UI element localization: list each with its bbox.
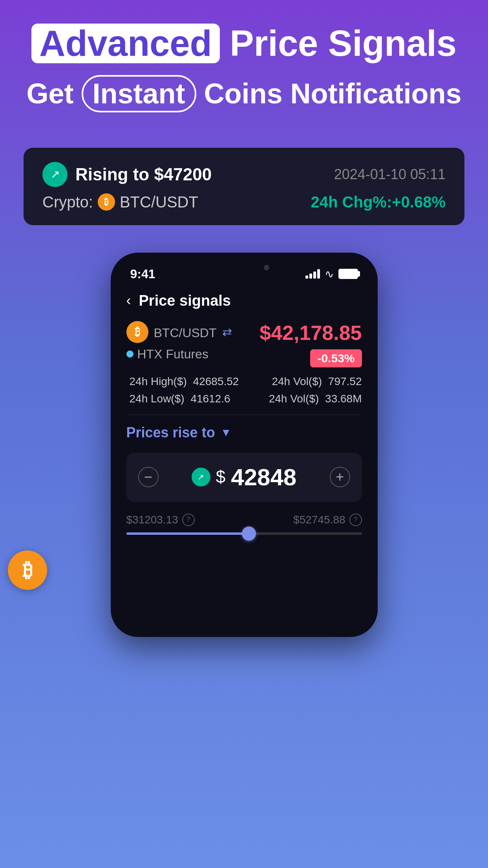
slider-track <box>126 532 362 535</box>
header-title: Advanced Price Signals <box>16 24 472 63</box>
camera-dot <box>264 265 269 270</box>
coin-info-left: ₿ BTC/USDT ⇄ HTX Futures <box>126 321 232 362</box>
notification-title: Rising to $47200 <box>75 165 212 184</box>
btc-icon: ₿ <box>98 193 115 211</box>
slider-fill <box>126 532 249 535</box>
prices-rise-label: Prices rise to <box>126 424 215 441</box>
crypto-pair: BTC/USDT <box>120 193 198 211</box>
phone-status-icons: ∿ <box>305 268 358 281</box>
stats-grid: 24h High($) 42685.52 24h Vol($) 797.52 2… <box>126 375 362 405</box>
signal-bar-1 <box>305 275 308 279</box>
highlight-advanced: Advanced <box>31 24 220 63</box>
notification-bottom: Crypto: ₿ BTC/USDT 24h Chg%:+0.68% <box>42 193 446 211</box>
price-input-value[interactable]: 42848 <box>231 464 296 491</box>
notification-crypto: Crypto: ₿ BTC/USDT <box>42 193 198 211</box>
range-max-label: $52745.88 ? <box>293 514 362 526</box>
coin-info-right: $42,178.85 -0.53% <box>260 321 362 367</box>
notification-change: 24h Chg%:+0.68% <box>311 193 446 211</box>
exchange-row: HTX Futures <box>126 347 232 362</box>
signal-bar-2 <box>309 273 312 279</box>
bottom-empty <box>126 535 362 613</box>
prices-rise-header[interactable]: Prices rise to ▼ <box>126 424 362 441</box>
signal-icon <box>305 269 320 279</box>
header-subtitle: Get Instant Coins Notifications <box>16 75 472 112</box>
coin-name: BTC/USDT <box>154 323 217 341</box>
coin-name-row: ₿ BTC/USDT ⇄ <box>126 321 232 343</box>
stat-low: 24h Low($) 41612.6 <box>126 393 244 405</box>
plus-button[interactable]: + <box>330 467 350 487</box>
coin-price: $42,178.85 <box>260 321 362 345</box>
back-button[interactable]: ‹ <box>126 292 131 309</box>
btc-coin-icon: ₿ <box>126 321 148 343</box>
range-min-value: $31203.13 <box>126 514 178 526</box>
phone-notch <box>213 261 276 275</box>
notification-time: 2024-01-10 05:11 <box>334 166 446 183</box>
range-max-value: $52745.88 <box>293 514 345 526</box>
dropdown-arrow-icon: ▼ <box>221 426 232 439</box>
header-title-rest: Price Signals <box>230 23 457 63</box>
coin-section: ₿ BTC/USDT ⇄ HTX Futures $42,178.85 -0.5… <box>126 321 362 367</box>
swap-icon[interactable]: ⇄ <box>222 325 232 339</box>
divider <box>126 415 362 415</box>
exchange-dot-icon <box>126 351 133 358</box>
price-input-card: − ↗ $ 42848 + <box>126 453 362 502</box>
crypto-label: Crypto: <box>42 193 93 211</box>
phone-time: 9:41 <box>130 267 155 281</box>
stat-high: 24h High($) 42685.52 <box>126 375 244 388</box>
dollar-sign: $ <box>216 467 225 487</box>
price-slider[interactable] <box>126 532 362 535</box>
bitcoin-floating-icon: ₿ <box>8 551 47 590</box>
signal-bar-4 <box>317 269 320 279</box>
rising-icon-small: ↗ <box>192 468 210 486</box>
stat-vol1: 24h Vol($) 797.52 <box>244 375 362 388</box>
info-icon-left[interactable]: ? <box>182 514 195 526</box>
notification-top: ↗ Rising to $47200 2024-01-10 05:11 <box>42 162 446 187</box>
phone-content: ‹ Price signals ₿ BTC/USDT ⇄ HTX Futures <box>119 284 370 629</box>
price-input-left: ↗ $ 42848 <box>192 464 296 491</box>
notification-left: ↗ Rising to $47200 <box>42 162 212 187</box>
stat-vol2: 24h Vol($) 33.68M <box>244 393 362 405</box>
range-min-label: $31203.13 ? <box>126 514 195 526</box>
wifi-icon: ∿ <box>325 268 334 281</box>
price-change-badge: -0.53% <box>310 349 362 367</box>
signal-bar-3 <box>313 272 316 279</box>
slider-thumb[interactable] <box>242 527 256 541</box>
range-labels: $31203.13 ? $52745.88 ? <box>126 514 362 526</box>
notification-card: ↗ Rising to $47200 2024-01-10 05:11 Cryp… <box>24 148 464 225</box>
info-icon-right[interactable]: ? <box>349 514 362 526</box>
battery-icon <box>338 269 358 279</box>
phone-mockup: 9:41 ∿ ‹ Price signals ₿ <box>111 253 378 637</box>
page-title: Price signals <box>139 292 231 309</box>
phone-wrapper: ₿ 9:41 ∿ ‹ Price signals <box>0 245 488 637</box>
highlight-instant: Instant <box>82 75 196 112</box>
phone-nav-header: ‹ Price signals <box>126 284 362 321</box>
exchange-name: HTX Futures <box>137 347 208 362</box>
minus-button[interactable]: − <box>138 467 159 487</box>
rising-arrow-icon: ↗ <box>42 162 68 187</box>
header-section: Advanced Price Signals Get Instant Coins… <box>0 0 488 128</box>
